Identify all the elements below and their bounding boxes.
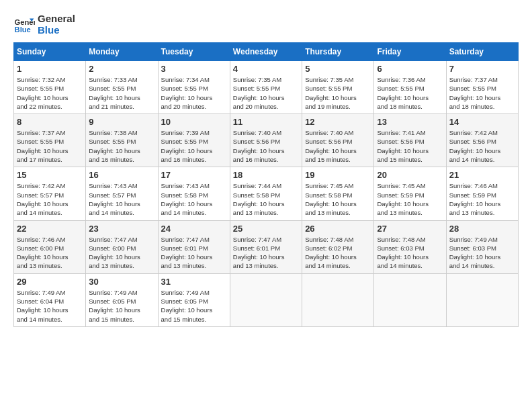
- calendar-table: SundayMondayTuesdayWednesdayThursdayFrid…: [13, 42, 519, 327]
- calendar-cell: 22Sunrise: 7:46 AM Sunset: 6:00 PM Dayli…: [14, 220, 86, 273]
- calendar-cell: 23Sunrise: 7:47 AM Sunset: 6:00 PM Dayli…: [86, 220, 158, 273]
- day-detail: Sunrise: 7:44 AM Sunset: 5:58 PM Dayligh…: [233, 181, 299, 217]
- weekday-header-cell: Monday: [86, 43, 158, 61]
- day-detail: Sunrise: 7:46 AM Sunset: 5:59 PM Dayligh…: [449, 181, 515, 217]
- day-number: 25: [233, 224, 299, 234]
- calendar-cell: [374, 273, 446, 326]
- calendar-cell: 13Sunrise: 7:41 AM Sunset: 5:56 PM Dayli…: [374, 114, 446, 167]
- day-number: 14: [449, 117, 515, 127]
- day-number: 8: [17, 117, 83, 127]
- day-number: 12: [305, 117, 371, 127]
- day-detail: Sunrise: 7:37 AM Sunset: 5:55 PM Dayligh…: [17, 128, 83, 164]
- calendar-cell: [230, 273, 302, 326]
- day-detail: Sunrise: 7:47 AM Sunset: 6:01 PM Dayligh…: [161, 235, 227, 271]
- logo-icon: General Blue: [13, 14, 35, 36]
- day-detail: Sunrise: 7:40 AM Sunset: 5:56 PM Dayligh…: [233, 128, 299, 164]
- calendar-cell: 26Sunrise: 7:48 AM Sunset: 6:02 PM Dayli…: [302, 220, 374, 273]
- day-detail: Sunrise: 7:41 AM Sunset: 5:56 PM Dayligh…: [377, 128, 443, 164]
- calendar-week-row: 15Sunrise: 7:42 AM Sunset: 5:57 PM Dayli…: [14, 167, 519, 220]
- day-detail: Sunrise: 7:40 AM Sunset: 5:56 PM Dayligh…: [305, 128, 371, 164]
- calendar-cell: 19Sunrise: 7:45 AM Sunset: 5:58 PM Dayli…: [302, 167, 374, 220]
- weekday-header-cell: Tuesday: [158, 43, 230, 61]
- calendar-cell: 15Sunrise: 7:42 AM Sunset: 5:57 PM Dayli…: [14, 167, 86, 220]
- day-number: 11: [233, 117, 299, 127]
- day-number: 5: [305, 64, 371, 74]
- day-number: 31: [161, 277, 227, 287]
- day-number: 2: [89, 64, 154, 74]
- calendar-body: 1Sunrise: 7:32 AM Sunset: 5:55 PM Daylig…: [14, 61, 519, 327]
- day-number: 1: [17, 64, 83, 74]
- day-detail: Sunrise: 7:43 AM Sunset: 5:57 PM Dayligh…: [89, 181, 154, 217]
- day-detail: Sunrise: 7:33 AM Sunset: 5:55 PM Dayligh…: [89, 75, 154, 111]
- day-detail: Sunrise: 7:49 AM Sunset: 6:03 PM Dayligh…: [449, 235, 515, 271]
- header: General Blue General Blue: [13, 13, 519, 36]
- calendar-cell: 29Sunrise: 7:49 AM Sunset: 6:04 PM Dayli…: [14, 273, 86, 326]
- calendar-cell: 4Sunrise: 7:35 AM Sunset: 5:55 PM Daylig…: [230, 61, 302, 114]
- calendar-cell: 25Sunrise: 7:47 AM Sunset: 6:01 PM Dayli…: [230, 220, 302, 273]
- day-detail: Sunrise: 7:45 AM Sunset: 5:58 PM Dayligh…: [305, 181, 371, 217]
- day-detail: Sunrise: 7:47 AM Sunset: 6:00 PM Dayligh…: [89, 235, 154, 271]
- calendar-cell: 2Sunrise: 7:33 AM Sunset: 5:55 PM Daylig…: [86, 61, 158, 114]
- calendar-cell: 11Sunrise: 7:40 AM Sunset: 5:56 PM Dayli…: [230, 114, 302, 167]
- calendar-cell: 6Sunrise: 7:36 AM Sunset: 5:55 PM Daylig…: [374, 61, 446, 114]
- day-detail: Sunrise: 7:42 AM Sunset: 5:57 PM Dayligh…: [17, 181, 83, 217]
- calendar-week-row: 8Sunrise: 7:37 AM Sunset: 5:55 PM Daylig…: [14, 114, 519, 167]
- day-number: 26: [305, 224, 371, 234]
- calendar-cell: 14Sunrise: 7:42 AM Sunset: 5:56 PM Dayli…: [446, 114, 518, 167]
- calendar-cell: 1Sunrise: 7:32 AM Sunset: 5:55 PM Daylig…: [14, 61, 86, 114]
- day-number: 7: [449, 64, 515, 74]
- day-number: 27: [377, 224, 443, 234]
- calendar-cell: 3Sunrise: 7:34 AM Sunset: 5:55 PM Daylig…: [158, 61, 230, 114]
- calendar-cell: 28Sunrise: 7:49 AM Sunset: 6:03 PM Dayli…: [446, 220, 518, 273]
- day-detail: Sunrise: 7:45 AM Sunset: 5:59 PM Dayligh…: [377, 181, 443, 217]
- day-detail: Sunrise: 7:42 AM Sunset: 5:56 PM Dayligh…: [449, 128, 515, 164]
- day-number: 29: [17, 277, 83, 287]
- day-detail: Sunrise: 7:43 AM Sunset: 5:58 PM Dayligh…: [161, 181, 227, 217]
- day-number: 22: [17, 224, 83, 234]
- day-detail: Sunrise: 7:39 AM Sunset: 5:55 PM Dayligh…: [161, 128, 227, 164]
- day-number: 21: [449, 170, 515, 180]
- calendar-cell: 27Sunrise: 7:48 AM Sunset: 6:03 PM Dayli…: [374, 220, 446, 273]
- day-number: 30: [89, 277, 154, 287]
- calendar-cell: 20Sunrise: 7:45 AM Sunset: 5:59 PM Dayli…: [374, 167, 446, 220]
- weekday-header-cell: Friday: [374, 43, 446, 61]
- day-detail: Sunrise: 7:47 AM Sunset: 6:01 PM Dayligh…: [233, 235, 299, 271]
- calendar-cell: 8Sunrise: 7:37 AM Sunset: 5:55 PM Daylig…: [14, 114, 86, 167]
- day-number: 13: [377, 117, 443, 127]
- calendar-cell: [446, 273, 518, 326]
- weekday-header-row: SundayMondayTuesdayWednesdayThursdayFrid…: [14, 43, 519, 61]
- day-number: 24: [161, 224, 227, 234]
- logo: General Blue General Blue: [13, 13, 75, 36]
- day-detail: Sunrise: 7:36 AM Sunset: 5:55 PM Dayligh…: [377, 75, 443, 111]
- calendar-cell: 24Sunrise: 7:47 AM Sunset: 6:01 PM Dayli…: [158, 220, 230, 273]
- calendar-cell: 17Sunrise: 7:43 AM Sunset: 5:58 PM Dayli…: [158, 167, 230, 220]
- day-detail: Sunrise: 7:32 AM Sunset: 5:55 PM Dayligh…: [17, 75, 83, 111]
- day-number: 17: [161, 170, 227, 180]
- weekday-header-cell: Thursday: [302, 43, 374, 61]
- day-number: 10: [161, 117, 227, 127]
- calendar-cell: 12Sunrise: 7:40 AM Sunset: 5:56 PM Dayli…: [302, 114, 374, 167]
- logo-line2: Blue: [38, 25, 75, 36]
- weekday-header-cell: Wednesday: [230, 43, 302, 61]
- day-number: 19: [305, 170, 371, 180]
- calendar-cell: 18Sunrise: 7:44 AM Sunset: 5:58 PM Dayli…: [230, 167, 302, 220]
- calendar-cell: 31Sunrise: 7:49 AM Sunset: 6:05 PM Dayli…: [158, 273, 230, 326]
- day-number: 6: [377, 64, 443, 74]
- day-number: 16: [89, 170, 154, 180]
- calendar-week-row: 29Sunrise: 7:49 AM Sunset: 6:04 PM Dayli…: [14, 273, 519, 326]
- calendar-cell: 5Sunrise: 7:35 AM Sunset: 5:55 PM Daylig…: [302, 61, 374, 114]
- day-number: 28: [449, 224, 515, 234]
- svg-text:Blue: Blue: [15, 26, 31, 34]
- day-number: 3: [161, 64, 227, 74]
- calendar-cell: [302, 273, 374, 326]
- day-detail: Sunrise: 7:48 AM Sunset: 6:02 PM Dayligh…: [305, 235, 371, 271]
- calendar-week-row: 22Sunrise: 7:46 AM Sunset: 6:00 PM Dayli…: [14, 220, 519, 273]
- day-detail: Sunrise: 7:34 AM Sunset: 5:55 PM Dayligh…: [161, 75, 227, 111]
- day-number: 18: [233, 170, 299, 180]
- day-detail: Sunrise: 7:49 AM Sunset: 6:04 PM Dayligh…: [17, 288, 83, 324]
- day-detail: Sunrise: 7:46 AM Sunset: 6:00 PM Dayligh…: [17, 235, 83, 271]
- day-detail: Sunrise: 7:35 AM Sunset: 5:55 PM Dayligh…: [305, 75, 371, 111]
- calendar-cell: 30Sunrise: 7:49 AM Sunset: 6:05 PM Dayli…: [86, 273, 158, 326]
- day-detail: Sunrise: 7:49 AM Sunset: 6:05 PM Dayligh…: [161, 288, 227, 324]
- calendar-cell: 9Sunrise: 7:38 AM Sunset: 5:55 PM Daylig…: [86, 114, 158, 167]
